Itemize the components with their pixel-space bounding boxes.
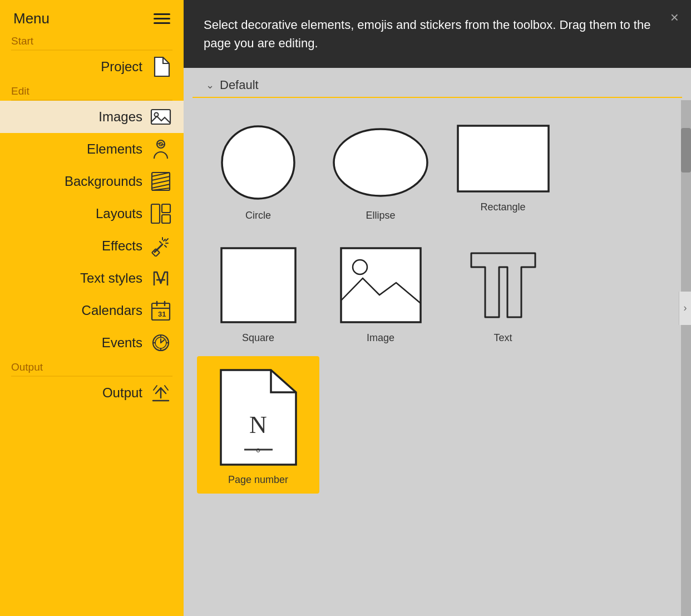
file-icon [150, 56, 171, 77]
info-box: Select decorative elements, emojis and s… [184, 0, 691, 68]
output-section-label: Output [0, 359, 184, 374]
images-label: Images [12, 109, 142, 125]
sidebar-item-text-styles[interactable]: Text styles [0, 262, 184, 294]
image-label: Image [367, 332, 394, 344]
element-image[interactable]: Image [319, 234, 442, 352]
sidebar-item-effects[interactable]: Effects [0, 230, 184, 262]
svg-rect-11 [162, 204, 170, 213]
svg-rect-41 [341, 248, 421, 322]
rectangle-shape [455, 122, 552, 195]
svg-line-20 [166, 239, 168, 241]
project-label: Project [12, 59, 142, 75]
scrollbar-thumb[interactable] [681, 128, 691, 173]
images-icon [150, 106, 171, 127]
effects-icon [150, 235, 171, 257]
default-header: ⌄ Default [193, 68, 682, 98]
menu-label: Menu [13, 10, 50, 27]
svg-line-19 [165, 245, 166, 247]
elements-row-2: Square Image Text [197, 234, 678, 352]
default-label: Default [220, 78, 259, 97]
text-styles-label: Text styles [12, 270, 142, 286]
element-page-number[interactable]: N ◦ Page number [197, 356, 319, 494]
events-label: Events [12, 335, 142, 351]
element-circle[interactable]: Circle [197, 111, 319, 229]
svg-rect-39 [458, 126, 549, 191]
svg-line-8 [152, 184, 170, 188]
sidebar-item-events[interactable]: Events [0, 327, 184, 359]
element-ellipse[interactable]: Ellipse [319, 111, 442, 229]
sidebar-item-calendars[interactable]: Calendars 31 [0, 294, 184, 327]
element-square[interactable]: Square [197, 234, 319, 352]
svg-rect-40 [221, 248, 295, 322]
main-content: Select decorative elements, emojis and s… [184, 0, 691, 616]
svg-text:N: N [249, 411, 267, 438]
svg-rect-10 [151, 204, 160, 223]
sidebar-item-elements[interactable]: Elements [0, 133, 184, 165]
svg-rect-0 [151, 110, 170, 124]
effects-label: Effects [12, 238, 142, 254]
rectangle-label: Rectangle [480, 201, 525, 213]
right-edge-arrow[interactable]: › [679, 292, 691, 325]
svg-line-7 [152, 180, 170, 184]
svg-rect-12 [162, 215, 170, 223]
elements-label: Elements [12, 141, 142, 157]
chevron-down-icon[interactable]: ⌄ [206, 79, 214, 96]
element-rectangle[interactable]: Rectangle [442, 111, 564, 229]
calendars-label: Calendars [12, 303, 142, 318]
sidebar-item-backgrounds[interactable]: Backgrounds [0, 165, 184, 198]
page-number-label: Page number [228, 474, 288, 486]
circle-shape [218, 122, 299, 203]
text-styles-icon [150, 268, 171, 289]
menu-row: Menu [0, 0, 184, 33]
sidebar-item-images[interactable]: Images [0, 101, 184, 133]
page-number-shape: N ◦ [215, 367, 302, 467]
square-label: Square [242, 332, 274, 344]
output-icon [150, 382, 171, 403]
svg-point-37 [222, 126, 294, 199]
text-label: Text [493, 332, 512, 344]
elements-row-1: Circle Ellipse Rectangle [197, 111, 678, 229]
text-shape [460, 245, 546, 326]
ellipse-label: Ellipse [366, 210, 395, 221]
sidebar-item-layouts[interactable]: Layouts [0, 198, 184, 230]
image-shape [338, 245, 424, 326]
layouts-icon [150, 203, 171, 224]
sidebar-item-project[interactable]: Project [0, 51, 184, 83]
elements-grid: Circle Ellipse Rectangle [184, 98, 691, 616]
events-icon [150, 332, 171, 353]
info-text: Select decorative elements, emojis and s… [204, 18, 650, 50]
element-text[interactable]: Text [442, 234, 564, 352]
elements-row-3: N ◦ Page number [197, 356, 678, 494]
output-label: Output [12, 385, 142, 401]
svg-text:31: 31 [158, 310, 166, 318]
svg-line-17 [164, 239, 165, 241]
scrollbar-track [681, 100, 691, 616]
svg-line-18 [160, 242, 161, 243]
edit-section-label: Edit [0, 83, 184, 98]
layouts-label: Layouts [12, 206, 142, 221]
svg-point-38 [334, 129, 427, 196]
backgrounds-icon [150, 171, 171, 192]
start-section-label: Start [0, 33, 184, 48]
elements-icon [150, 139, 171, 160]
sidebar: Menu Start Project Edit Images [0, 0, 184, 616]
circle-label: Circle [245, 210, 271, 221]
backgrounds-label: Backgrounds [12, 174, 142, 189]
hamburger-icon[interactable] [154, 13, 170, 24]
ellipse-shape [329, 122, 432, 203]
sidebar-item-output[interactable]: Output [0, 377, 184, 409]
close-button[interactable]: × [670, 10, 679, 24]
svg-line-6 [152, 176, 170, 180]
square-shape [218, 245, 299, 326]
calendars-icon: 31 [150, 300, 171, 321]
